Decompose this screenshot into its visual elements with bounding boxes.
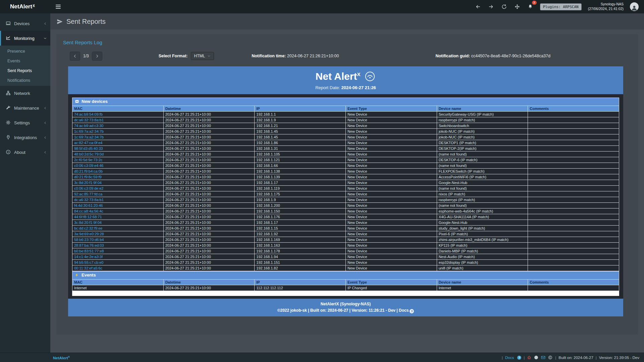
mac-cell[interactable]: dc:a6:32:73:8a:b1 (72, 117, 164, 123)
sidebar-item-devices[interactable]: Devices (0, 16, 50, 31)
device-name-cell: DESKTOP-2(IP match) (437, 146, 528, 152)
mac-cell[interactable]: 74:ac:b9:ad:c3:30 (72, 123, 164, 129)
sidebar-item-label: Network (14, 91, 30, 96)
mac-cell[interactable]: 3a:9d:69:e0:29:28 (72, 231, 164, 237)
sidebar-item-presence[interactable]: Presence (0, 46, 50, 56)
refresh-icon[interactable] (501, 3, 507, 10)
move-icon[interactable] (514, 3, 521, 10)
sidebar: Devices Monitoring Presence Events Sent … (0, 13, 50, 353)
datetime-cell: 2024-06-27 21:25:21+10:00 (163, 157, 255, 163)
sidebar-item-sent-reports[interactable]: Sent Reports (0, 66, 50, 75)
brand-logo[interactable]: NetAlertX (0, 0, 50, 13)
comments-cell (528, 248, 619, 254)
host-info: Synology-NAS (27/06/2024, 21:41:02) (588, 2, 624, 11)
sidebar-item-monitoring[interactable]: Monitoring (0, 31, 50, 46)
mac-cell[interactable]: 1c:69:7a:a2:34:7b (72, 134, 164, 140)
ip-cell: 192.168.1.200 (255, 203, 346, 208)
comments-cell (528, 237, 619, 243)
ip-cell: 192.168.1.178 (255, 248, 346, 254)
sidebar-item-maintenance[interactable]: Maintenance (0, 101, 50, 115)
mac-cell[interactable]: 84:cc:a8:4a:56:4c (72, 208, 164, 214)
mac-cell[interactable]: 14:c1:4e:2e:a3:3f (72, 254, 164, 260)
report-header: Net AlertX Report Date: 2024-06-27 21:26 (68, 66, 623, 94)
back-icon[interactable] (475, 3, 481, 10)
sidebar-item-integrations[interactable]: Integrations (0, 130, 50, 145)
notifications-bell-button[interactable]: 7 (527, 3, 534, 10)
mac-cell[interactable]: c0:06:c3:09:de:e2 (72, 186, 164, 191)
bug-icon[interactable] (527, 355, 532, 360)
device-name-cell: Daniels-MBP (IP match) (437, 248, 528, 254)
datetime-cell: 2024-06-27 21:25:21+10:00 (163, 203, 255, 208)
device-name-cell: (name not found) (437, 186, 528, 191)
footer-built-on: Built on: 2024-06-27 (558, 356, 593, 360)
sidebar-item-events[interactable]: Events (0, 56, 50, 66)
event-type-cell: New Device (345, 117, 437, 123)
sub-item-label: Presence (7, 49, 25, 54)
sidebar-item-settings[interactable]: Settings (0, 115, 50, 130)
mac-cell[interactable]: 92:ac:85:77:fd:ca (72, 191, 164, 197)
mac-cell[interactable]: d0:21:f9:8c:59:f9 (72, 174, 164, 180)
mac-cell[interactable]: dc:a6:32:73:8a:b1 (72, 197, 164, 203)
sidebar-toggle-button[interactable] (50, 0, 66, 13)
sent-reports-log-link[interactable]: Sent Reports Log (63, 40, 102, 45)
sidebar-item-label: Monitoring (14, 36, 35, 41)
mac-cell[interactable]: 44:6f:f8:12:68:71 (72, 214, 164, 220)
mac-cell[interactable]: 98:5f:d3:d5:40:33 (72, 146, 164, 152)
sidebar-item-network[interactable]: Network (0, 86, 50, 101)
sidebar-item-label: About (14, 150, 25, 155)
mac-cell[interactable]: c0:06:c3:09:e4:46 (72, 163, 164, 169)
report-date: Report Date: 2024-06-27 21:26 (68, 85, 623, 90)
mac-cell[interactable]: 74:ac:b9:54:09:fb (72, 112, 164, 117)
mac-cell[interactable]: 58:b6:23:70:d6:b4 (72, 237, 164, 243)
new-devices-icon (75, 99, 79, 104)
sidebar-item-notifications[interactable]: Notifications (0, 75, 50, 85)
page-title: Sent Reports (66, 18, 106, 25)
mac-cell[interactable]: bc:dd:c2:32:f9:ee (72, 226, 164, 231)
report-controls: 1/3 Select Format: HTML Notification tim… (63, 51, 631, 61)
new-devices-tbody: 74:ac:b9:54:09:fb2024-06-27 21:25:21+10:… (72, 112, 619, 271)
footer-brand-link[interactable]: NetAlertX (53, 355, 70, 360)
report-title-text: Net Alert (316, 71, 357, 82)
chevron-left-icon (43, 106, 47, 110)
next-page-button[interactable] (92, 52, 102, 61)
envelope-icon[interactable] (541, 355, 546, 360)
user-avatar[interactable] (630, 2, 639, 11)
device-name-cell: zhimi-airpurifier-mb3_mibtD6B4 (IP match… (437, 237, 528, 243)
ip-cell: 112.112.112.112 (255, 285, 346, 291)
sidebar-item-label: Integrations (14, 135, 37, 140)
col-device-name: Device name (437, 106, 528, 112)
mac-cell[interactable]: 3c:8d:20:f1:9f:04 (72, 180, 164, 186)
mac-cell[interactable]: 2c:f0:5d:9e:73:2c (72, 157, 164, 163)
mac-cell[interactable]: 1c:69:7a:a2:34:7b (72, 129, 164, 134)
chevron-left-icon (43, 150, 47, 154)
mac-cell[interactable]: 94:b5:55:c7:cb:e0 (72, 260, 164, 265)
plugins-badge[interactable]: Plugins: ARPSCAN (540, 3, 582, 10)
github-icon[interactable] (534, 355, 539, 360)
prev-page-button[interactable] (70, 52, 80, 61)
report-footer-title: NetAlertX (Synology-NAS) (68, 301, 623, 307)
report-row: d0:21:f9:8c:59:f92024-06-27 21:25:21+10:… (72, 174, 619, 180)
mac-cell[interactable]: 48:b0:2d:5c:79:0d (72, 152, 164, 157)
mac-cell[interactable]: 3c:8d:20:f1:9f:04 (72, 220, 164, 226)
datetime-cell: 2024-06-27 21:25:21+10:00 (163, 191, 255, 197)
sidebar-item-about[interactable]: About (0, 145, 50, 160)
mac-cell[interactable]: 00:11:32:ef:a5:6c (72, 265, 164, 271)
mac-cell[interactable]: 28:87:ba:76:ed:03 (72, 243, 164, 248)
device-name-cell: Internet (437, 285, 528, 291)
report-row: 1c:69:7a:a2:34:7b2024-06-27 21:25:21+10:… (72, 129, 619, 134)
datetime-cell: 2024-06-27 21:25:21+10:00 (163, 180, 255, 186)
report-preview: Net AlertX Report Date: 2024-06-27 21:26 (68, 66, 623, 316)
ip-cell: 192.168.1.17 (255, 220, 346, 226)
comments-cell (528, 117, 619, 123)
footer-docs-link[interactable]: Docs (505, 356, 514, 360)
mac-cell[interactable]: d0:21:f9:b4:ca:0b (72, 169, 164, 174)
forward-icon[interactable] (488, 3, 494, 10)
report-row: bc:dd:c2:32:f9:ee2024-06-27 21:25:21+10:… (72, 226, 619, 231)
format-select[interactable]: HTML (191, 52, 214, 60)
chevron-left-icon (43, 22, 47, 25)
mac-cell[interactable]: f4:4d:30:61:20:46 (72, 203, 164, 208)
question-circle-icon[interactable]: ? (517, 356, 521, 360)
mac-cell[interactable]: b0:be:83:51:77:e8 (72, 248, 164, 254)
notification-guid: Notification guid: cc44507e-8ea6-48e7-90… (435, 54, 550, 58)
mac-cell[interactable]: ac:82:47:ca:0f:e4 (72, 140, 164, 146)
